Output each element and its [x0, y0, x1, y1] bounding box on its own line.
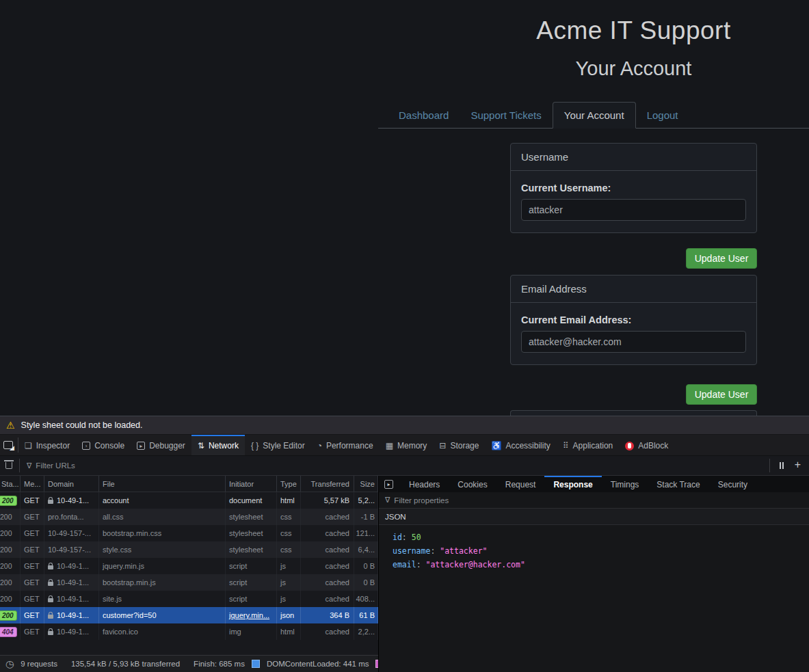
lock-icon: [48, 582, 53, 586]
column-file[interactable]: File: [99, 476, 226, 492]
page-subtitle: Your Account: [510, 57, 757, 80]
filter-properties-input[interactable]: [394, 496, 531, 505]
tool-tab-memory[interactable]: ▦ Memory: [380, 435, 434, 455]
details-tab-cookies[interactable]: Cookies: [449, 476, 496, 492]
devtools: ⚠ Style sheet could not be loaded. ◢ ❏ I…: [0, 416, 809, 672]
filter-urls-input[interactable]: [36, 461, 172, 470]
update-email-button[interactable]: Update User: [686, 384, 757, 405]
request-details-pane: ▸ Headers Cookies Request Response Timin…: [378, 476, 809, 672]
finish-time: Finish: 685 ms: [194, 660, 245, 668]
pick-element-icon[interactable]: ◢: [3, 441, 13, 449]
warning-icon: ⚠: [6, 420, 15, 430]
tool-tab-adblock[interactable]: AdBlock: [619, 435, 674, 455]
json-prop-email: email: "attacker@hacker.com": [393, 558, 809, 572]
clear-requests-icon[interactable]: [5, 462, 12, 469]
tool-tab-console[interactable]: › Console: [76, 435, 131, 455]
console-icon: ›: [82, 442, 90, 450]
nav-tab-support-tickets[interactable]: Support Tickets: [460, 103, 552, 128]
current-email-label: Current Email Address:: [521, 314, 746, 325]
status-text: 200: [0, 529, 12, 537]
request-table-header: Sta... Me... Domain File Initiator Type …: [0, 476, 378, 492]
request-row-bootstrap-css[interactable]: 200 GET 10-49-157-... bootstrap.min.css …: [0, 525, 378, 541]
request-row-site-js[interactable]: 200 GET 10-49-1... site.js script js cac…: [0, 591, 378, 607]
adblock-icon: [625, 442, 634, 451]
tool-tab-network[interactable]: ⇅ Network: [191, 435, 245, 455]
tool-tab-inspector[interactable]: ❏ Inspector: [18, 435, 76, 455]
json-properties: id: 50 username: "attacker" email: "atta…: [379, 525, 809, 572]
update-username-button[interactable]: Update User: [686, 248, 757, 269]
new-request-icon[interactable]: +: [793, 459, 809, 472]
tool-tab-debugger[interactable]: ▸ Debugger: [131, 435, 191, 455]
details-tab-headers[interactable]: Headers: [400, 476, 449, 492]
details-play-icon[interactable]: ▸: [384, 480, 393, 489]
lock-icon: [48, 500, 53, 504]
column-initiator[interactable]: Initiator: [226, 476, 277, 492]
screen: Acme IT Support Your Account Dashboard S…: [0, 0, 809, 672]
devtools-toolbar: ◢ ❏ Inspector › Console ▸ Debugger ⇅ Net…: [0, 435, 809, 456]
status-badge: 404: [0, 627, 17, 637]
request-row-jquery-js[interactable]: 200 GET 10-49-1... jquery.min.js script …: [0, 558, 378, 574]
webpage: Acme IT Support Your Account Dashboard S…: [0, 0, 809, 416]
accessibility-icon: ♿: [491, 442, 501, 450]
request-row-bootstrap-js[interactable]: 200 GET 10-49-1... bootstrap.min.js scri…: [0, 574, 378, 591]
pause-recording-icon[interactable]: [770, 456, 793, 475]
stopwatch-icon: ◷: [5, 659, 14, 669]
email-card-header: Email Address: [511, 275, 756, 303]
username-input[interactable]: [521, 199, 746, 221]
column-transferred[interactable]: Transferred: [301, 476, 354, 492]
notification-text: Style sheet could not be loaded.: [21, 420, 143, 430]
details-tab-stack-trace[interactable]: Stack Trace: [648, 476, 708, 492]
filter-properties-icon: ∇: [385, 496, 390, 505]
page-nav-tabs: Dashboard Support Tickets Your Account L…: [378, 101, 809, 129]
column-size[interactable]: Size: [354, 476, 378, 492]
domcontentloaded-marker: [252, 660, 260, 668]
details-tabs: ▸ Headers Cookies Request Response Timin…: [379, 476, 809, 492]
tool-tab-accessibility[interactable]: ♿ Accessibility: [485, 435, 556, 455]
column-method[interactable]: Me...: [21, 476, 44, 492]
nav-tab-your-account[interactable]: Your Account: [553, 102, 636, 129]
request-row-customer-selected[interactable]: 200 GET 10-49-1... customer?id=50 jquery…: [0, 607, 378, 623]
filter-urls-icon: ∇: [27, 461, 31, 470]
request-list-pane: Sta... Me... Domain File Initiator Type …: [0, 476, 378, 672]
status-text: 200: [0, 546, 12, 554]
status-badge: 200: [0, 610, 17, 621]
request-rows: 200 GET 10-49-1... account document html…: [0, 492, 378, 640]
status-badge: 200: [0, 496, 17, 506]
details-tab-security[interactable]: Security: [709, 476, 756, 492]
partial-card-top: [510, 410, 757, 416]
tool-tab-storage[interactable]: ⊟ Storage: [433, 435, 485, 455]
request-row-all-css[interactable]: 200 GET pro.fonta... all.css stylesheet …: [0, 509, 378, 525]
details-tab-request[interactable]: Request: [496, 476, 545, 492]
email-input[interactable]: [521, 331, 746, 353]
email-card: Email Address Current Email Address:: [510, 275, 757, 365]
details-tab-timings[interactable]: Timings: [602, 476, 648, 492]
json-prop-username: username: "attacker": [393, 544, 809, 558]
current-username-label: Current Username:: [521, 183, 746, 193]
username-card: Username Current Username:: [510, 143, 757, 233]
json-prop-id: id: 50: [393, 530, 809, 544]
devtools-notification-bar: ⚠ Style sheet could not be loaded.: [0, 416, 809, 435]
debugger-icon: ▸: [137, 442, 145, 450]
lock-icon: [48, 615, 53, 619]
lock-icon: [48, 631, 53, 635]
application-icon: ⠿: [563, 442, 569, 450]
details-tab-response[interactable]: Response: [544, 476, 601, 492]
column-status[interactable]: Sta...: [0, 476, 21, 492]
request-row-favicon[interactable]: 404 GET 10-49-1... favicon.ico img html …: [0, 623, 378, 640]
tool-tab-style-editor[interactable]: { } Style Editor: [245, 435, 311, 455]
lock-icon: [48, 565, 53, 569]
column-domain[interactable]: Domain: [44, 476, 99, 492]
nav-tab-logout[interactable]: Logout: [636, 103, 689, 128]
style-editor-icon: { }: [251, 442, 258, 450]
network-icon: ⇅: [198, 442, 204, 450]
username-card-header: Username: [511, 144, 756, 171]
domcontentloaded-time: DOMContentLoaded: 441 ms: [267, 660, 369, 668]
request-row-style-css[interactable]: 200 GET 10-49-157-... style.css styleshe…: [0, 541, 378, 558]
column-type[interactable]: Type: [277, 476, 301, 492]
tool-tab-application[interactable]: ⠿ Application: [557, 435, 620, 455]
json-section-header[interactable]: JSON: [379, 509, 809, 525]
initiator-link[interactable]: jquery.min...: [229, 611, 269, 619]
nav-tab-dashboard[interactable]: Dashboard: [388, 103, 460, 128]
request-row-account[interactable]: 200 GET 10-49-1... account document html…: [0, 492, 378, 509]
tool-tab-performance[interactable]: ◔ Performance: [311, 435, 380, 455]
